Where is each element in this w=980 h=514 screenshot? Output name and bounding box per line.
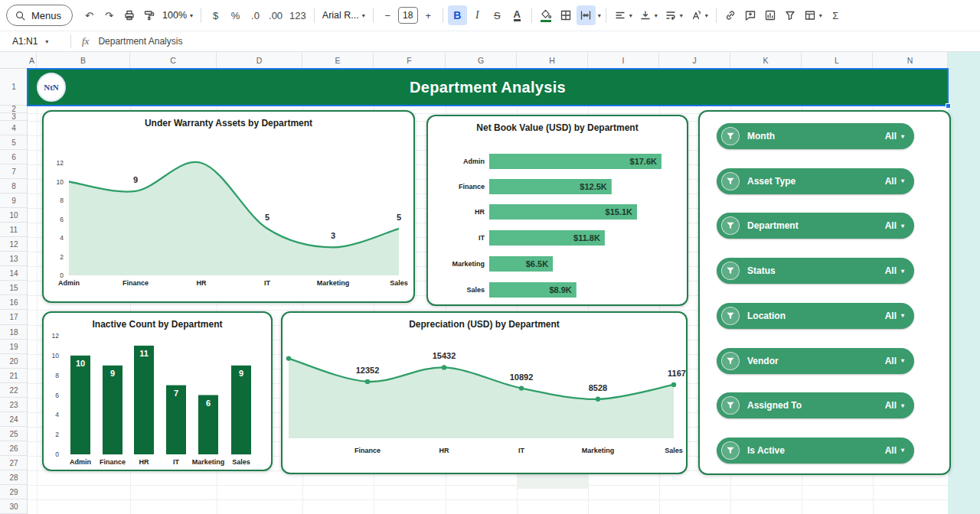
slicer-asset-type[interactable]: Asset TypeAll ▾: [717, 168, 914, 194]
row-header-27[interactable]: 27: [0, 456, 28, 470]
merge-dropdown-caret[interactable]: ▾: [598, 12, 601, 19]
text-wrap-dropdown[interactable]: ▾: [662, 5, 686, 25]
slicer-status[interactable]: StatusAll ▾: [717, 258, 914, 284]
name-box[interactable]: A1:N1 ▾: [0, 36, 70, 47]
vertical-align-dropdown[interactable]: ▾: [636, 5, 661, 25]
insert-link-button[interactable]: [721, 5, 740, 25]
row-header-16[interactable]: 16: [0, 295, 28, 310]
slicer-vendor[interactable]: VendorAll ▾: [717, 348, 914, 374]
row-header-21[interactable]: 21: [0, 369, 28, 383]
column-header-C[interactable]: C: [130, 52, 217, 69]
increase-decimal-button[interactable]: .00: [266, 5, 286, 25]
row-header-6[interactable]: 6: [0, 150, 28, 164]
column-header-A[interactable]: A: [28, 52, 37, 69]
svg-text:HR: HR: [475, 208, 485, 216]
menus-button[interactable]: Menus: [6, 5, 73, 26]
row-header-3[interactable]: 3: [0, 113, 28, 121]
row-header-30[interactable]: 30: [0, 499, 28, 514]
functions-button[interactable]: Σ: [826, 5, 845, 25]
slicer-is-active[interactable]: Is ActiveAll ▾: [717, 438, 914, 464]
column-header-D[interactable]: D: [217, 52, 302, 69]
column-header-L[interactable]: L: [802, 52, 873, 69]
increase-font-size-button[interactable]: +: [419, 5, 438, 25]
title-banner-cell[interactable]: NtN Department Analysis: [28, 69, 948, 106]
column-header-G[interactable]: G: [446, 52, 517, 69]
column-header-B[interactable]: B: [37, 52, 130, 69]
borders-button[interactable]: [557, 5, 576, 25]
row-header-12[interactable]: 12: [0, 237, 28, 252]
row-header-7[interactable]: 7: [0, 164, 28, 179]
row-header-15[interactable]: 15: [0, 281, 28, 295]
menus-label: Menus: [31, 10, 61, 21]
svg-text:$8.9K: $8.9K: [549, 285, 571, 294]
zoom-dropdown[interactable]: 100% ▾: [159, 5, 196, 25]
row-header-29[interactable]: 29: [0, 485, 28, 499]
slicer-assigned-to[interactable]: Assigned ToAll ▾: [717, 392, 914, 418]
column-header-J[interactable]: J: [659, 52, 730, 69]
column-header-E[interactable]: E: [302, 52, 374, 69]
slicer-department[interactable]: DepartmentAll ▾: [717, 213, 914, 239]
undo-button[interactable]: ↶: [80, 5, 99, 25]
slicer-month[interactable]: MonthAll ▾: [717, 123, 914, 149]
row-header-8[interactable]: 8: [0, 179, 28, 194]
decrease-font-size-button[interactable]: −: [378, 5, 397, 25]
spreadsheet-app: Menus ↶ ↷ 100% ▾ $ % .0 .00 123 Arial R.…: [0, 0, 980, 514]
formula-input[interactable]: Department Analysis: [98, 36, 182, 47]
row-header-22[interactable]: 22: [0, 383, 28, 398]
chart-card-depreciation[interactable]: Depreciation (USD) by Department Finance…: [281, 311, 688, 474]
row-header-10[interactable]: 10: [0, 208, 28, 223]
bold-button[interactable]: B: [448, 5, 467, 25]
slicer-location[interactable]: LocationAll ▾: [717, 303, 914, 329]
column-header-F[interactable]: F: [374, 52, 446, 69]
column-header-N[interactable]: N: [873, 52, 948, 69]
selection-fill-handle[interactable]: [946, 103, 951, 109]
redo-button[interactable]: ↷: [100, 5, 119, 25]
chart-card-inactive-count[interactable]: Inactive Count by Department 10911769024…: [42, 311, 273, 471]
strikethrough-button[interactable]: S: [488, 5, 507, 25]
font-size-input[interactable]: 18: [398, 7, 418, 24]
row-header-28[interactable]: 28: [0, 470, 28, 485]
row-header-5[interactable]: 5: [0, 135, 28, 150]
slicer-value: All ▾: [885, 220, 904, 231]
row-header-11[interactable]: 11: [0, 223, 28, 237]
row-header-17[interactable]: 17: [0, 310, 28, 325]
decrease-decimal-button[interactable]: .0: [246, 5, 265, 25]
column-header-H[interactable]: H: [517, 52, 588, 69]
create-filter-button[interactable]: [781, 5, 800, 25]
row-header-2[interactable]: 2: [0, 106, 28, 113]
svg-text:9: 9: [133, 175, 138, 184]
row-header-25[interactable]: 25: [0, 427, 28, 441]
svg-text:8: 8: [55, 372, 59, 379]
row-header-9[interactable]: 9: [0, 194, 28, 208]
currency-format-button[interactable]: $: [206, 5, 225, 25]
text-color-button[interactable]: A: [508, 5, 527, 25]
row-header-4[interactable]: 4: [0, 121, 28, 135]
row-header-20[interactable]: 20: [0, 354, 28, 369]
text-rotation-dropdown[interactable]: ▾: [687, 5, 711, 25]
row-header-14[interactable]: 14: [0, 266, 28, 281]
horizontal-align-dropdown[interactable]: ▾: [611, 5, 635, 25]
percent-format-button[interactable]: %: [226, 5, 245, 25]
highlighted-cell[interactable]: [517, 474, 588, 489]
merge-cells-button[interactable]: [577, 5, 596, 25]
row-header-18[interactable]: 18: [0, 325, 28, 340]
row-header-26[interactable]: 26: [0, 441, 28, 456]
insert-chart-button[interactable]: [761, 5, 780, 25]
column-header-I[interactable]: I: [588, 52, 659, 69]
row-header-13[interactable]: 13: [0, 252, 28, 266]
row-header-23[interactable]: 23: [0, 398, 28, 412]
row-header-19[interactable]: 19: [0, 340, 28, 354]
table-dropdown[interactable]: ▾: [801, 5, 825, 25]
font-dropdown[interactable]: Arial R... ▾: [319, 5, 368, 25]
italic-button[interactable]: I: [468, 5, 487, 25]
chart-card-net-book-value[interactable]: Net Book Value (USD) by Department Admin…: [426, 115, 688, 306]
column-header-K[interactable]: K: [730, 52, 802, 69]
number-format-button[interactable]: 123: [286, 5, 309, 25]
row-header-24[interactable]: 24: [0, 412, 28, 427]
insert-comment-button[interactable]: [741, 5, 760, 25]
print-button[interactable]: [119, 5, 139, 25]
paint-format-button[interactable]: [139, 5, 158, 25]
fill-color-button[interactable]: [537, 5, 556, 25]
chart-card-under-warranty[interactable]: Under Warranty Assets by Department 0246…: [42, 110, 415, 303]
row-header-1[interactable]: 1: [0, 69, 28, 106]
